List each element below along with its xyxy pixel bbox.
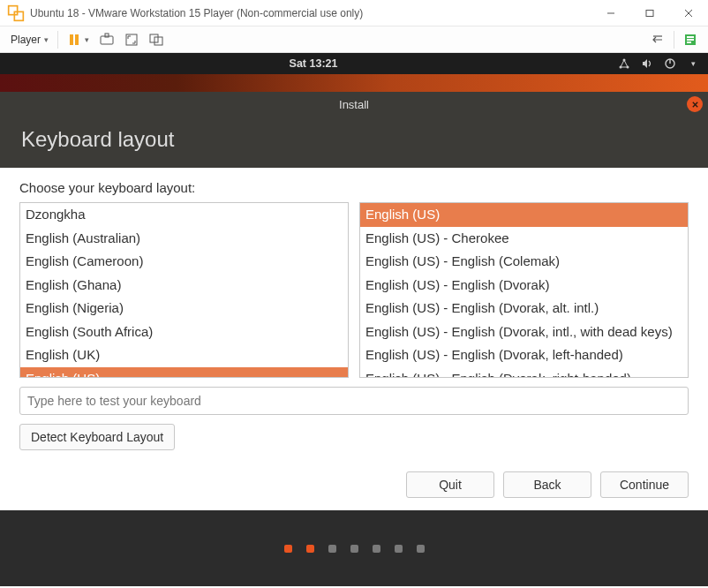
volume-icon[interactable] bbox=[641, 57, 653, 70]
fullscreen-button[interactable] bbox=[119, 28, 144, 51]
progress-dot bbox=[306, 545, 314, 553]
installer-titlebar: Install bbox=[0, 92, 708, 117]
continue-button[interactable]: Continue bbox=[600, 471, 689, 498]
svg-rect-7 bbox=[75, 34, 79, 45]
progress-dot bbox=[284, 545, 292, 553]
list-item[interactable]: English (South Africa) bbox=[20, 320, 348, 344]
send-ctrl-alt-del-button[interactable] bbox=[94, 28, 119, 51]
ubuntu-clock[interactable]: Sat 13:21 bbox=[9, 57, 618, 70]
keyboard-language-list[interactable]: DzongkhaEnglish (Australian)English (Cam… bbox=[19, 202, 349, 378]
progress-dot bbox=[395, 545, 403, 553]
chevron-down-icon: ▾ bbox=[85, 35, 89, 44]
svg-rect-1 bbox=[14, 11, 23, 20]
list-item[interactable]: English (US) bbox=[360, 203, 688, 227]
page-heading: Keyboard layout bbox=[21, 127, 687, 152]
list-item[interactable]: English (Nigeria) bbox=[20, 297, 348, 320]
unity-mode-button[interactable] bbox=[144, 28, 169, 51]
list-item[interactable]: English (Ghana) bbox=[20, 274, 348, 298]
keyboard-variant-list[interactable]: English (US)English (US) - CherokeeEngli… bbox=[359, 202, 689, 378]
list-item[interactable]: English (US) - Cherokee bbox=[360, 227, 688, 251]
svg-rect-0 bbox=[9, 5, 18, 14]
vmware-toolbar: Player ▾ ▾ bbox=[0, 26, 708, 53]
svg-rect-3 bbox=[646, 10, 653, 16]
installer-header: Keyboard layout bbox=[0, 117, 708, 168]
svg-rect-14 bbox=[687, 36, 694, 38]
cycle-devices-button[interactable] bbox=[645, 28, 670, 51]
installer-close-button[interactable] bbox=[687, 96, 703, 112]
list-item[interactable]: English (US) - English (Dvorak, intl., w… bbox=[360, 320, 688, 344]
player-menu-button[interactable]: Player ▾ bbox=[5, 28, 54, 51]
host-window-title: Ubuntu 18 - VMware Workstation 15 Player… bbox=[30, 7, 591, 19]
progress-dot bbox=[328, 545, 336, 553]
list-item[interactable]: English (US) - English (Dvorak) bbox=[360, 274, 688, 298]
pause-vm-button[interactable]: ▾ bbox=[62, 28, 94, 51]
list-item[interactable]: English (US) - English (Colemak) bbox=[360, 250, 688, 274]
progress-dot bbox=[417, 545, 425, 553]
send-keys-icon bbox=[100, 33, 114, 47]
svg-rect-16 bbox=[687, 41, 691, 43]
ubuntu-top-bar: Sat 13:21 ▾ bbox=[0, 53, 708, 74]
progress-dots bbox=[0, 510, 708, 586]
vmware-app-icon bbox=[7, 4, 25, 22]
list-item[interactable]: English (US) - English (Dvorak, alt. int… bbox=[360, 297, 688, 320]
list-item[interactable]: English (Cameroon) bbox=[20, 250, 348, 274]
keyboard-prompt: Choose your keyboard layout: bbox=[19, 180, 689, 195]
keyboard-test-input[interactable] bbox=[19, 387, 689, 415]
detect-keyboard-button[interactable]: Detect Keyboard Layout bbox=[19, 424, 175, 450]
help-icon bbox=[683, 33, 697, 47]
toolbar-separator bbox=[674, 31, 674, 49]
ubuntu-system-tray[interactable]: ▾ bbox=[618, 57, 708, 70]
ubuntu-desktop-background bbox=[0, 74, 708, 92]
list-item[interactable]: Dzongkha bbox=[20, 203, 348, 227]
list-item[interactable]: English (US) bbox=[20, 367, 348, 379]
list-item[interactable]: English (Australian) bbox=[20, 227, 348, 251]
host-window-titlebar: Ubuntu 18 - VMware Workstation 15 Player… bbox=[0, 0, 708, 26]
back-button[interactable]: Back bbox=[503, 471, 591, 498]
cycle-icon bbox=[651, 33, 665, 47]
progress-dot bbox=[350, 545, 358, 553]
chevron-down-icon[interactable]: ▾ bbox=[687, 57, 699, 70]
chevron-down-icon: ▾ bbox=[44, 35, 49, 44]
fullscreen-icon bbox=[124, 33, 139, 47]
list-item[interactable]: English (US) - English (Dvorak, right-ha… bbox=[360, 367, 688, 379]
installer-body: Choose your keyboard layout: DzongkhaEng… bbox=[0, 168, 708, 510]
svg-rect-15 bbox=[687, 39, 694, 41]
list-item[interactable]: English (US) - English (Dvorak, left-han… bbox=[360, 343, 688, 367]
host-maximize-button[interactable] bbox=[630, 0, 669, 26]
host-minimize-button[interactable] bbox=[591, 0, 630, 26]
unity-icon bbox=[149, 33, 163, 47]
installer-window: Install Keyboard layout Choose your keyb… bbox=[0, 92, 708, 586]
power-icon[interactable] bbox=[664, 57, 676, 70]
toolbar-separator bbox=[57, 31, 58, 49]
player-menu-label: Player bbox=[11, 34, 41, 46]
svg-rect-6 bbox=[70, 34, 73, 45]
pause-icon bbox=[67, 33, 81, 47]
network-icon[interactable] bbox=[618, 57, 630, 70]
list-item[interactable]: English (UK) bbox=[20, 343, 348, 367]
help-button[interactable] bbox=[678, 28, 703, 51]
quit-button[interactable]: Quit bbox=[406, 471, 494, 498]
installer-title: Install bbox=[339, 98, 369, 111]
host-close-button[interactable] bbox=[669, 0, 708, 26]
progress-dot bbox=[373, 545, 380, 553]
